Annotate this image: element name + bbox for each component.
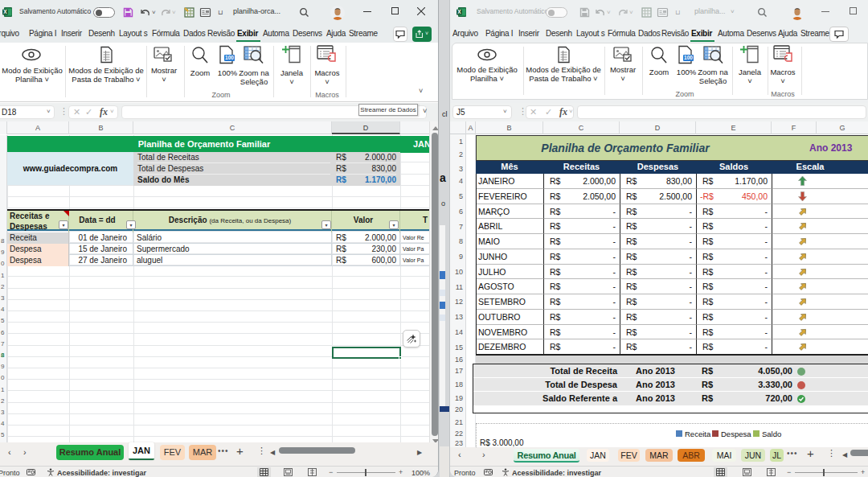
svg-text:100: 100: [225, 55, 234, 60]
svg-text:X: X: [3, 9, 7, 14]
svg-text:X: X: [457, 9, 461, 14]
svg-text:100: 100: [684, 55, 693, 60]
